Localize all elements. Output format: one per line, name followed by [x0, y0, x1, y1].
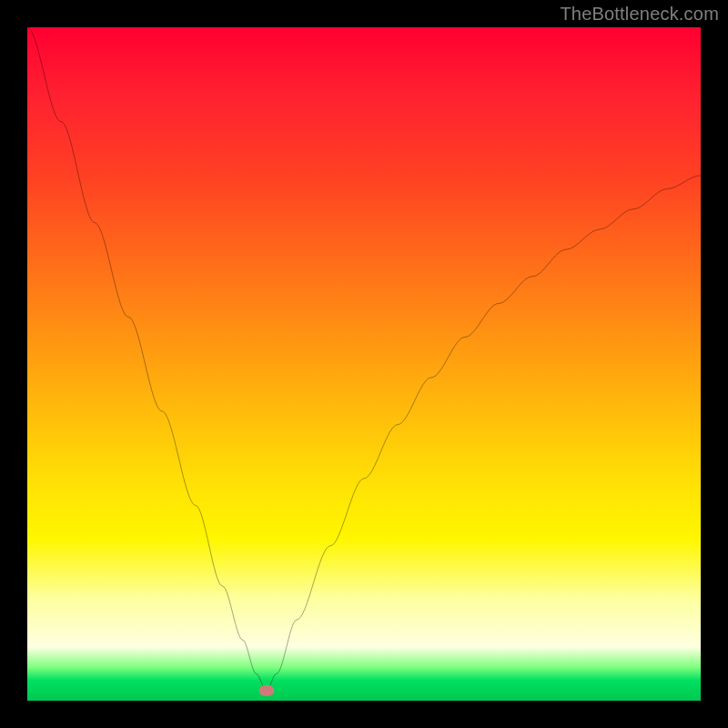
plot-area: [27, 27, 701, 701]
bottleneck-curve: [27, 27, 701, 701]
chart-frame: TheBottleneck.com: [0, 0, 728, 728]
watermark-text: TheBottleneck.com: [560, 4, 719, 25]
curve-path: [27, 27, 701, 691]
optimal-point-marker: [259, 685, 274, 696]
